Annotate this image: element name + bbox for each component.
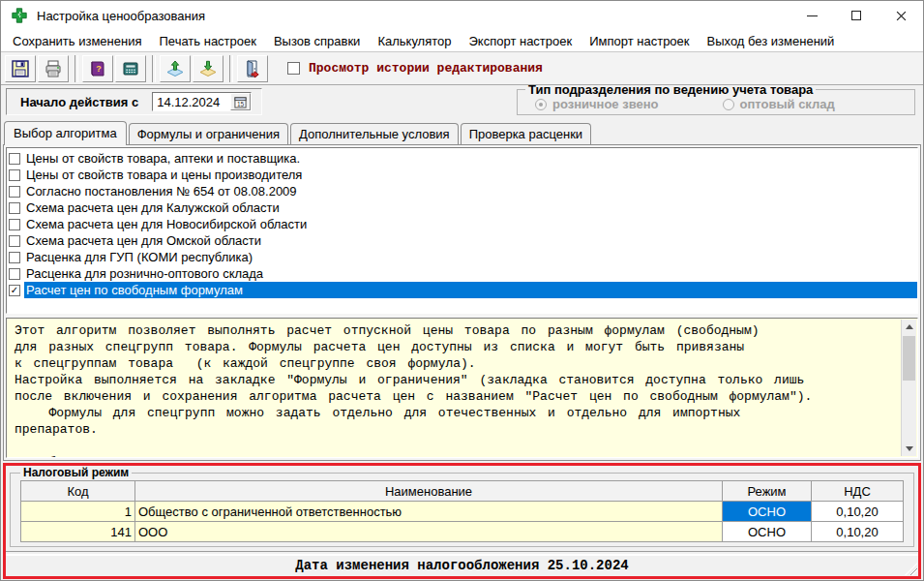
effective-date-group: Начало действия с 14.12.2024 15 — [6, 88, 262, 115]
printer-icon — [44, 59, 63, 78]
menu-import-settings[interactable]: Импорт настроек — [581, 32, 698, 50]
algorithm-list[interactable]: Цены от свойств товара, аптеки и поставщ… — [6, 147, 918, 314]
toolbar-separator — [152, 55, 156, 82]
calculator-icon — [121, 59, 140, 78]
algorithm-option[interactable]: Схема расчета цен для Калужской области — [7, 199, 917, 216]
toolbar: ? Просмотр истории редактирования — [1, 51, 923, 85]
description-line: после включения и сохранения алгоритма р… — [15, 388, 896, 405]
close-button[interactable] — [879, 1, 923, 30]
division-type-title: Тип подразделения по ведению учета товар… — [525, 82, 816, 97]
cell-code: 141 — [21, 522, 135, 542]
column-header-0[interactable]: Код — [21, 481, 135, 502]
table-header-row: КодНаименованиеРежимНДС — [21, 481, 904, 502]
calendar-button[interactable]: 15 — [230, 93, 251, 110]
checkbox-icon[interactable] — [9, 219, 20, 230]
algorithm-option[interactable]: Согласно постановления № 654 от 08.08.20… — [7, 183, 917, 199]
description-text: Этот алгоритм позволяет выполнять расчет… — [15, 322, 896, 458]
checkbox-icon[interactable] — [9, 252, 20, 263]
parameters-strip: Начало действия с 14.12.2024 15 Тип подр… — [1, 85, 923, 118]
algorithm-description-memo: Этот алгоритм позволяет выполнять расчет… — [6, 318, 918, 458]
column-header-3[interactable]: НДС — [812, 481, 904, 502]
checkbox-icon[interactable] — [9, 153, 20, 165]
description-line: для разных спецгрупп товара. Формулы рас… — [15, 339, 896, 355]
status-bar: Дата изменения налогообложения 25.10.202… — [6, 555, 918, 576]
menu-save-changes[interactable]: Сохранить изменения — [4, 32, 151, 50]
resize-grip-icon[interactable] — [905, 563, 917, 575]
exit-button[interactable] — [237, 55, 268, 82]
description-line: Настройка выполняется на закладке "Форму… — [15, 372, 896, 388]
algorithm-option[interactable]: ✓Расчет цен по свободным формулам — [7, 282, 917, 298]
tab-additional-conditions[interactable]: Дополнительные условия — [290, 123, 459, 144]
effective-date-value[interactable]: 14.12.2024 — [153, 95, 230, 109]
description-line: Особенности : — [15, 454, 896, 458]
effective-date-input[interactable]: 14.12.2024 15 — [152, 92, 252, 111]
checkbox-icon[interactable] — [9, 235, 20, 247]
help-button[interactable]: ? — [82, 55, 113, 82]
cell-regime: ОСНО — [723, 522, 812, 542]
toolbar-separator — [75, 55, 78, 82]
maximize-icon — [851, 11, 861, 20]
algorithm-option[interactable]: Расценка для рознично-оптового склада — [7, 265, 917, 282]
radio-unselected-icon — [723, 99, 734, 110]
memo-scrollbar[interactable] — [901, 320, 916, 456]
calculator-button[interactable] — [115, 55, 146, 82]
algorithm-option[interactable]: Схема расчета цен для Омской области — [7, 232, 917, 249]
division-type-group: Тип подразделения по ведению учета товар… — [517, 82, 915, 115]
history-label: Просмотр истории редактирования — [309, 61, 543, 76]
tax-regime-group: Налоговый режим КодНаименованиеРежимНДС … — [10, 466, 914, 547]
description-line — [15, 438, 896, 454]
checkbox-icon[interactable] — [9, 268, 20, 280]
menu-bar: Сохранить измененияПечать настроекВызов … — [1, 30, 923, 51]
cell-vat: 0,10,20 — [812, 502, 904, 522]
checkbox-icon[interactable] — [9, 202, 20, 214]
cell-regime: ОСНО — [723, 502, 812, 522]
history-view-option[interactable]: Просмотр истории редактирования — [287, 61, 543, 76]
algorithm-label: Схема расчета цен для Новосибирской обла… — [24, 216, 917, 232]
algorithm-label: Расценка для ГУП (КОМИ республика) — [24, 249, 917, 265]
svg-text:15: 15 — [237, 100, 245, 107]
tab-price-check[interactable]: Проверка расценки — [461, 123, 591, 144]
export-button[interactable] — [160, 55, 191, 82]
effective-date-label: Начало действия с — [20, 95, 138, 109]
checkbox-icon[interactable] — [9, 169, 20, 181]
menu-print-settings[interactable]: Печать настроек — [151, 32, 265, 50]
scroll-down-icon[interactable] — [902, 442, 916, 456]
import-button[interactable] — [193, 55, 224, 82]
tax-change-date-text: Дата изменения налогообложения 25.10.202… — [295, 558, 628, 573]
menu-help[interactable]: Вызов справки — [265, 32, 369, 50]
radio-selected-icon — [535, 99, 547, 110]
app-icon — [11, 7, 28, 24]
tax-regime-title: Налоговый режим — [20, 466, 132, 479]
table-row[interactable]: 141ООООСНО0,10,20 — [21, 522, 904, 542]
history-checkbox[interactable] — [287, 62, 300, 75]
close-icon — [896, 11, 907, 21]
algorithm-option[interactable]: Цены от свойств товара, аптеки и поставщ… — [7, 150, 917, 167]
table-row[interactable]: 1Общество с ограниченной ответственность… — [21, 502, 904, 522]
menu-exit-no-changes[interactable]: Выход без изменений — [699, 32, 844, 50]
scroll-up-icon[interactable] — [902, 320, 916, 334]
algorithm-option[interactable]: Расценка для ГУП (КОМИ республика) — [7, 249, 917, 265]
algorithm-option[interactable]: Цены от свойств товара и цены производит… — [7, 167, 917, 183]
pricing-settings-window: Настройка ценообразования Сохранить изме… — [0, 0, 924, 581]
radio-retail-unit[interactable]: розничное звено — [535, 97, 659, 111]
radio-wholesale-label: оптовый склад — [740, 97, 835, 111]
scrollbar-thumb[interactable] — [903, 336, 915, 381]
help-book-icon: ? — [88, 59, 107, 78]
calendar-icon: 15 — [234, 96, 247, 108]
description-line: к спецгруппам товара (к каждой спецгрупп… — [15, 355, 896, 372]
column-header-1[interactable]: Наименование — [135, 481, 723, 502]
tab-formulas-limits[interactable]: Формулы и ограничения — [129, 123, 288, 144]
menu-calculator[interactable]: Калькулятор — [369, 32, 460, 50]
menu-export-settings[interactable]: Экспорт настроек — [461, 32, 581, 50]
minimize-button[interactable] — [790, 1, 834, 30]
checkbox-icon[interactable] — [9, 186, 20, 198]
algorithm-option[interactable]: Схема расчета цен для Новосибирской обла… — [7, 216, 917, 232]
maximize-button[interactable] — [834, 1, 879, 30]
column-header-2[interactable]: Режим — [723, 481, 812, 502]
algorithm-label: Согласно постановления № 654 от 08.08.20… — [24, 183, 917, 199]
save-button[interactable] — [5, 55, 36, 82]
tab-algorithm-choice[interactable]: Выбор алгоритма — [4, 121, 127, 145]
radio-wholesale-warehouse[interactable]: оптовый склад — [723, 97, 835, 111]
print-button[interactable] — [38, 55, 69, 82]
checkbox-checked-icon[interactable]: ✓ — [9, 285, 20, 296]
